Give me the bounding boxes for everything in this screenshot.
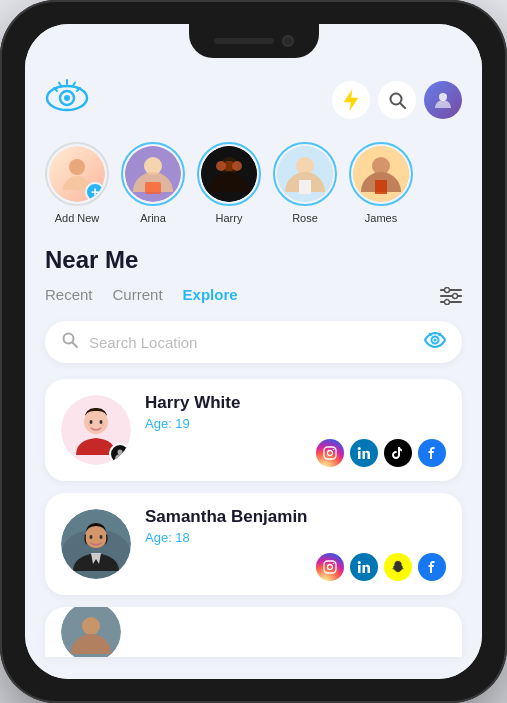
instagram-icon-harry[interactable] — [316, 439, 344, 467]
svg-point-43 — [88, 424, 90, 426]
svg-rect-14 — [145, 182, 161, 194]
tab-recent[interactable]: Recent — [45, 286, 93, 305]
story-item-rose[interactable]: Rose — [273, 142, 337, 224]
snapchat-icon-samantha[interactable] — [384, 553, 412, 581]
story-ring-arina — [121, 142, 185, 206]
svg-point-18 — [232, 161, 242, 171]
svg-line-4 — [73, 83, 75, 87]
story-label-rose: Rose — [292, 212, 318, 224]
phone-screen: + Add New — [25, 24, 482, 679]
search-icon — [61, 331, 79, 353]
tiktok-icon-harry[interactable] — [384, 439, 412, 467]
story-ring-harry — [197, 142, 261, 206]
user-card-samantha-benjamin[interactable]: Samantha Benjamin Age: 18 — [45, 493, 462, 595]
svg-point-48 — [333, 449, 335, 451]
svg-point-62 — [82, 617, 100, 635]
instagram-icon-samantha[interactable] — [316, 553, 344, 581]
story-ring-rose — [273, 142, 337, 206]
svg-rect-19 — [225, 161, 233, 171]
bolt-button[interactable] — [332, 81, 370, 119]
svg-point-57 — [328, 565, 333, 570]
filter-button[interactable] — [440, 287, 462, 305]
user-avatar-samantha — [61, 509, 131, 579]
svg-rect-25 — [375, 180, 387, 194]
story-ring-james — [349, 142, 413, 206]
notch-camera — [282, 35, 294, 47]
user-card-partial — [45, 607, 462, 657]
svg-point-54 — [90, 535, 93, 539]
user-card-harry-white[interactable]: Harry White Age: 19 — [45, 379, 462, 481]
story-item-add-new[interactable]: + Add New — [45, 142, 109, 224]
story-img-rose — [277, 146, 333, 202]
search-input[interactable]: Search Location — [89, 334, 414, 351]
story-img-add: + — [49, 146, 105, 202]
user-age-harry-white: Age: 19 — [145, 416, 446, 431]
user-name-harry-white: Harry White — [145, 393, 446, 413]
user-badge-harry — [109, 443, 131, 465]
stories-row: + Add New — [45, 142, 462, 224]
header-actions — [332, 81, 462, 119]
tab-explore[interactable]: Explore — [183, 286, 238, 305]
svg-point-50 — [358, 447, 361, 450]
add-badge: + — [85, 182, 105, 202]
header — [45, 68, 462, 124]
svg-line-5 — [59, 83, 61, 87]
svg-point-45 — [118, 450, 123, 455]
user-info-samantha: Samantha Benjamin Age: 18 — [145, 507, 446, 581]
svg-rect-49 — [358, 451, 361, 459]
user-avatar-button[interactable] — [424, 81, 462, 119]
svg-point-47 — [328, 451, 333, 456]
story-item-james[interactable]: James — [349, 142, 413, 224]
svg-point-11 — [69, 159, 85, 175]
svg-point-44 — [102, 424, 104, 426]
logo[interactable] — [45, 76, 89, 124]
search-button[interactable] — [378, 81, 416, 119]
svg-point-10 — [439, 93, 447, 101]
svg-rect-56 — [324, 561, 336, 573]
eye-filter-button[interactable] — [424, 332, 446, 353]
svg-point-42 — [100, 420, 103, 424]
social-icons-samantha — [145, 553, 446, 581]
story-ring-add: + — [45, 142, 109, 206]
svg-point-29 — [453, 293, 458, 298]
facebook-icon-samantha[interactable] — [418, 553, 446, 581]
tab-current[interactable]: Current — [113, 286, 163, 305]
story-label-james: James — [365, 212, 397, 224]
user-avatar-harry-white — [61, 395, 131, 465]
story-img-harry — [201, 146, 257, 202]
story-label-arina: Arina — [140, 212, 166, 224]
story-img-arina — [125, 146, 181, 202]
user-info-harry-white: Harry White Age: 19 — [145, 393, 446, 467]
section-title: Near Me — [45, 246, 462, 274]
story-label-add-new: Add New — [55, 212, 100, 224]
user-avatar-partial — [61, 607, 121, 657]
svg-point-31 — [445, 299, 450, 304]
svg-rect-46 — [324, 447, 336, 459]
svg-point-60 — [358, 561, 361, 564]
svg-point-35 — [434, 338, 437, 341]
facebook-icon-harry[interactable] — [418, 439, 446, 467]
user-age-samantha: Age: 18 — [145, 530, 446, 545]
svg-point-17 — [216, 161, 226, 171]
story-item-harry[interactable]: Harry — [197, 142, 261, 224]
search-bar[interactable]: Search Location — [45, 321, 462, 363]
story-label-harry: Harry — [216, 212, 243, 224]
screen-content: + Add New — [25, 24, 482, 679]
svg-line-9 — [400, 103, 405, 108]
phone-shell: + Add New — [0, 0, 507, 703]
social-icons-harry-white — [145, 439, 446, 467]
story-item-arina[interactable]: Arina — [121, 142, 185, 224]
svg-point-55 — [100, 535, 103, 539]
svg-point-27 — [445, 287, 450, 292]
svg-point-2 — [64, 95, 70, 101]
user-name-samantha: Samantha Benjamin — [145, 507, 446, 527]
linkedin-icon-samantha[interactable] — [350, 553, 378, 581]
svg-point-58 — [333, 563, 335, 565]
svg-line-33 — [73, 343, 78, 348]
story-img-james — [353, 146, 409, 202]
notch — [189, 24, 319, 58]
tabs-row: Recent Current Explore — [45, 286, 462, 305]
svg-rect-59 — [358, 565, 361, 573]
svg-point-41 — [90, 420, 93, 424]
linkedin-icon-harry[interactable] — [350, 439, 378, 467]
